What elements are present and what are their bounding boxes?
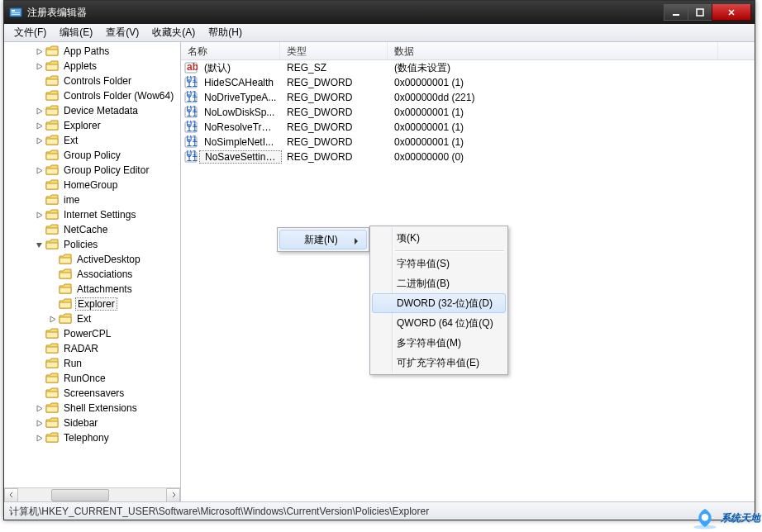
tree-item[interactable]: Explorer (4, 118, 180, 133)
expander-icon[interactable] (34, 373, 44, 383)
folder-icon (45, 179, 59, 191)
list-row[interactable]: 011110NoDriveTypeA...REG_DWORD0x000000dd… (181, 90, 755, 105)
tree-item[interactable]: RunOnce (4, 371, 180, 386)
expander-icon[interactable] (34, 180, 44, 190)
expander-icon[interactable] (34, 240, 44, 249)
expander-icon[interactable] (34, 344, 44, 354)
maximize-button[interactable] (688, 4, 712, 21)
menu-view[interactable]: 查看(V) (99, 24, 145, 41)
folder-icon (59, 298, 72, 310)
tree-item[interactable]: Ext (4, 311, 180, 326)
column-data[interactable]: 数据 (388, 42, 718, 59)
expander-icon[interactable] (34, 210, 44, 220)
key-tree[interactable]: App PathsAppletsControls FolderControls … (4, 42, 180, 487)
scroll-left-button[interactable] (4, 488, 18, 502)
submenu-item[interactable]: 二进制值(B) (372, 273, 506, 293)
expander-icon[interactable] (34, 418, 44, 428)
context-menu[interactable]: 新建(N) (277, 227, 369, 252)
tree-item-label: Device Metadata (62, 105, 140, 116)
tree-item[interactable]: Sidebar (4, 416, 180, 430)
expander-icon[interactable] (34, 46, 44, 56)
menu-help[interactable]: 帮助(H) (202, 24, 249, 41)
scroll-track[interactable] (18, 488, 166, 502)
expander-icon[interactable] (47, 284, 57, 294)
list-row[interactable]: 011110NoResolveTrackREG_DWORD0x00000001 … (181, 120, 755, 135)
list-row[interactable]: 011110NoLowDiskSp...REG_DWORD0x00000001 … (181, 105, 755, 120)
tree-item[interactable]: Group Policy Editor (4, 163, 180, 178)
tree-item[interactable]: PowerCPL (4, 326, 180, 341)
tree-item[interactable]: ActiveDesktop (4, 252, 180, 267)
expander-icon[interactable] (34, 403, 44, 413)
submenu-item[interactable]: DWORD (32-位)值(D) (372, 293, 506, 313)
expander-icon[interactable] (34, 329, 44, 339)
expander-icon[interactable] (34, 76, 44, 86)
scroll-right-button[interactable] (166, 488, 180, 502)
tree-item[interactable]: Applets (4, 59, 180, 74)
expander-icon[interactable] (34, 121, 44, 131)
expander-icon[interactable] (47, 254, 57, 264)
expander-icon[interactable] (34, 359, 44, 368)
folder-icon (45, 164, 59, 176)
tree-item[interactable]: Associations (4, 267, 180, 282)
submenu-item-label: QWORD (64 位)值(Q) (397, 316, 493, 330)
tree-item[interactable]: Run (4, 356, 180, 371)
submenu-item[interactable]: 多字符串值(M) (372, 333, 506, 353)
list-row[interactable]: 011110HideSCAHealthREG_DWORD0x00000001 (… (181, 75, 755, 90)
expander-icon[interactable] (34, 433, 44, 443)
menu-file[interactable]: 文件(F) (7, 24, 53, 41)
menu-favorites[interactable]: 收藏夹(A) (145, 24, 202, 41)
tree-item[interactable]: HomeGroup (4, 178, 180, 192)
expander-icon[interactable] (34, 135, 44, 145)
expander-icon[interactable] (34, 165, 44, 175)
value-name: NoResolveTrack (199, 121, 282, 133)
context-menu-new[interactable]: 新建(N) (279, 230, 367, 249)
menu-edit[interactable]: 编辑(E) (53, 24, 99, 41)
expander-icon[interactable] (34, 225, 44, 235)
svg-text:110: 110 (187, 122, 198, 134)
expander-icon[interactable] (34, 106, 44, 116)
new-submenu[interactable]: 项(K)字符串值(S)二进制值(B)DWORD (32-位)值(D)QWORD … (369, 226, 508, 375)
folder-icon (45, 387, 59, 399)
column-name[interactable]: 名称 (181, 42, 280, 59)
list-row[interactable]: 011110NoSaveSettingsREG_DWORD0x00000000 … (181, 150, 755, 164)
tree-item[interactable]: Attachments (4, 282, 180, 297)
expander-icon[interactable] (34, 91, 44, 101)
value-list[interactable]: ab(默认)REG_SZ(数值未设置)011110HideSCAHealthRE… (181, 60, 755, 164)
expander-icon[interactable] (47, 314, 57, 324)
submenu-item[interactable]: QWORD (64 位)值(Q) (372, 313, 506, 333)
submenu-item[interactable]: 项(K) (372, 228, 506, 248)
list-row[interactable]: 011110NoSimpleNetI...REG_DWORD0x00000001… (181, 135, 755, 150)
tree-item[interactable]: Ext (4, 133, 180, 148)
tree-item[interactable]: Explorer (4, 297, 180, 311)
tree-item[interactable]: Screensavers (4, 386, 180, 401)
tree-item-label: NetCache (62, 224, 109, 235)
tree-item[interactable]: Telephony (4, 430, 180, 445)
list-header[interactable]: 名称 类型 数据 (181, 42, 755, 60)
tree-item[interactable]: RADAR (4, 341, 180, 356)
tree-item[interactable]: Group Policy (4, 148, 180, 163)
expander-icon[interactable] (47, 299, 57, 309)
scroll-thumb[interactable] (51, 489, 109, 501)
submenu-item[interactable]: 可扩充字符串值(E) (372, 353, 506, 373)
list-row[interactable]: ab(默认)REG_SZ(数值未设置) (181, 60, 755, 75)
tree-item[interactable]: NetCache (4, 222, 180, 237)
tree-item[interactable]: Controls Folder (4, 74, 180, 88)
tree-scrollbar[interactable] (4, 487, 180, 501)
close-button[interactable] (712, 4, 751, 21)
minimize-button[interactable] (664, 4, 688, 21)
tree-item[interactable]: Device Metadata (4, 103, 180, 118)
expander-icon[interactable] (47, 269, 57, 279)
titlebar[interactable]: 注册表编辑器 (4, 1, 755, 24)
tree-item[interactable]: App Paths (4, 44, 180, 59)
expander-icon[interactable] (34, 61, 44, 71)
submenu-item[interactable]: 字符串值(S) (372, 254, 506, 273)
tree-item[interactable]: Internet Settings (4, 207, 180, 222)
tree-item[interactable]: ime (4, 192, 180, 207)
expander-icon[interactable] (34, 195, 44, 205)
tree-item[interactable]: Shell Extensions (4, 401, 180, 416)
expander-icon[interactable] (34, 150, 44, 160)
tree-item[interactable]: Controls Folder (Wow64) (4, 88, 180, 103)
expander-icon[interactable] (34, 388, 44, 398)
tree-item[interactable]: Policies (4, 237, 180, 252)
column-type[interactable]: 类型 (280, 42, 388, 59)
